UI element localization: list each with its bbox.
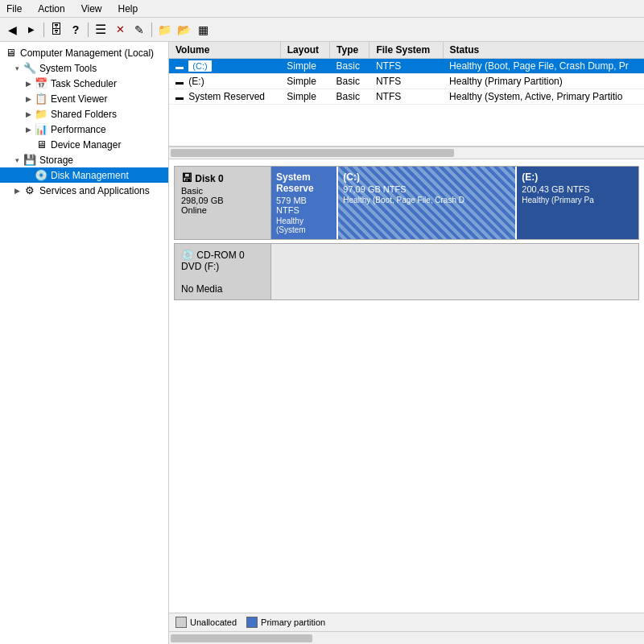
services-icon: ⚙ bbox=[23, 184, 37, 196]
device-manager-label: Device Manager bbox=[51, 139, 121, 151]
forward-button[interactable]: ▶ bbox=[23, 21, 40, 39]
event-viewer-label: Event Viewer bbox=[51, 93, 107, 105]
disk0-name: 🖫 Disk 0 bbox=[181, 171, 264, 184]
col-layout[interactable]: Layout bbox=[280, 42, 329, 59]
shared-folders-label: Shared Folders bbox=[51, 109, 117, 120]
table-row[interactable]: ▬ System Reserved Simple Basic NTFS Heal… bbox=[169, 89, 644, 105]
sidebar-root[interactable]: 🖥 Computer Management (Local) bbox=[0, 45, 168, 60]
disk0-info: 🖫 Disk 0 Basic 298,09 GB Online bbox=[175, 167, 271, 239]
sidebar-item-storage[interactable]: ▾ 💾 Storage bbox=[0, 152, 168, 167]
disk-management-label: Disk Management bbox=[51, 170, 129, 181]
cdrom0-name: 💿 CD-ROM 0 bbox=[181, 249, 264, 261]
cell-volume-sysres: ▬ System Reserved bbox=[169, 89, 280, 105]
root-label: Computer Management (Local) bbox=[20, 47, 154, 59]
sidebar-item-event-viewer[interactable]: ▶ 📋 Event Viewer bbox=[0, 91, 168, 106]
cdrom0-row: 💿 CD-ROM 0 DVD (F:) No Media bbox=[174, 243, 639, 300]
expand-arrow-performance: ▶ bbox=[23, 126, 34, 134]
legend-unallocated-label: Unallocated bbox=[190, 617, 237, 627]
cell-layout-e: Simple bbox=[280, 74, 329, 89]
disk-management-icon: 💿 bbox=[34, 169, 48, 181]
device-manager-icon: 🖥 bbox=[34, 138, 48, 151]
part-sysres-name: System Reserve bbox=[276, 171, 332, 194]
disk-view: 🖫 Disk 0 Basic 298,09 GB Online System R… bbox=[169, 159, 644, 613]
expand-arrow-system-tools: ▾ bbox=[11, 64, 23, 72]
computer-icon: 🖥 bbox=[3, 47, 18, 59]
scrollbar-thumb bbox=[171, 149, 454, 157]
part-e-status: Healthy (Primary Pa bbox=[522, 196, 634, 204]
partition-c[interactable]: (C:) 97,09 GB NTFS Healthy (Boot, Page F… bbox=[338, 167, 517, 239]
bottom-scrollbar-thumb bbox=[171, 634, 312, 642]
expand-arrow-storage: ▾ bbox=[11, 156, 23, 164]
legend-primary: Primary partition bbox=[246, 617, 325, 628]
cdrom0-info: 💿 CD-ROM 0 DVD (F:) No Media bbox=[175, 244, 271, 299]
menu-action[interactable]: Action bbox=[35, 2, 68, 15]
cdrom0-content bbox=[271, 244, 638, 299]
toolbar-separator-2 bbox=[88, 23, 89, 37]
volume-label-sysres: System Reserved bbox=[188, 91, 265, 102]
cell-layout-c: Simple bbox=[280, 59, 329, 74]
export-button[interactable]: 📁 bbox=[155, 21, 173, 39]
part-sysres-status: Healthy (System bbox=[276, 217, 332, 234]
refresh-button[interactable]: ✎ bbox=[130, 21, 148, 39]
content-area: Volume Layout Type File System Status ▬ … bbox=[169, 42, 644, 644]
col-status[interactable]: Status bbox=[443, 42, 644, 59]
partition-system-reserved[interactable]: System Reserve 579 MB NTFS Healthy (Syst… bbox=[271, 167, 338, 239]
performance-icon: 📊 bbox=[34, 123, 48, 135]
col-type[interactable]: Type bbox=[330, 42, 369, 59]
toolbar-separator-1 bbox=[43, 23, 44, 37]
disk0-partitions: System Reserve 579 MB NTFS Healthy (Syst… bbox=[271, 167, 638, 239]
sidebar-item-system-tools[interactable]: ▾ 🔧 System Tools bbox=[0, 60, 168, 76]
sidebar-item-task-scheduler[interactable]: ▶ 📅 Task Scheduler bbox=[0, 76, 168, 91]
disk0-row: 🖫 Disk 0 Basic 298,09 GB Online System R… bbox=[174, 166, 639, 240]
volume-table-container: Volume Layout Type File System Status ▬ … bbox=[169, 42, 644, 147]
cell-type-e: Basic bbox=[330, 74, 369, 89]
task-scheduler-label: Task Scheduler bbox=[51, 78, 117, 89]
back-button[interactable]: ◀ bbox=[3, 21, 21, 39]
help-button[interactable]: ? bbox=[67, 21, 85, 39]
expand-arrow-task-scheduler: ▶ bbox=[23, 80, 34, 88]
legend-bar: Unallocated Primary partition bbox=[169, 613, 644, 631]
volume-table: Volume Layout Type File System Status ▬ … bbox=[169, 42, 644, 105]
legend-primary-box bbox=[246, 617, 258, 628]
sidebar-item-device-manager[interactable]: ▶ 🖥 Device Manager bbox=[0, 137, 168, 152]
part-c-size: 97,09 GB NTFS bbox=[343, 184, 510, 194]
task-scheduler-icon: 📅 bbox=[34, 77, 48, 89]
sidebar-item-disk-management[interactable]: ▶ 💿 Disk Management bbox=[0, 167, 168, 183]
event-viewer-icon: 📋 bbox=[34, 93, 48, 105]
performance-label: Performance bbox=[51, 124, 106, 135]
volume-label-e: (E:) bbox=[188, 76, 204, 87]
show-hide-button[interactable]: 🗄 bbox=[47, 21, 65, 39]
legend-primary-label: Primary partition bbox=[261, 617, 325, 627]
menu-file[interactable]: File bbox=[3, 2, 25, 15]
table-row[interactable]: ▬ (C:) Simple Basic NTFS Healthy (Boot, … bbox=[169, 59, 644, 74]
cell-fs-sysres: NTFS bbox=[369, 89, 443, 105]
cell-type-sysres: Basic bbox=[330, 89, 369, 105]
bottom-scrollbar[interactable] bbox=[169, 631, 644, 644]
storage-label: Storage bbox=[39, 155, 73, 166]
part-e-size: 200,43 GB NTFS bbox=[522, 184, 634, 194]
sidebar-item-services-apps[interactable]: ▶ ⚙ Services and Applications bbox=[0, 183, 168, 198]
delete-button[interactable]: ✕ bbox=[111, 21, 129, 39]
col-volume[interactable]: Volume bbox=[169, 42, 280, 59]
sidebar-item-performance[interactable]: ▶ 📊 Performance bbox=[0, 122, 168, 137]
expand-arrow-shared-folders: ▶ bbox=[23, 110, 34, 118]
col-filesystem[interactable]: File System bbox=[369, 42, 443, 59]
cell-layout-sysres: Simple bbox=[280, 89, 329, 105]
partition-e[interactable]: (E:) 200,43 GB NTFS Healthy (Primary Pa bbox=[517, 167, 638, 239]
import-button[interactable]: 📂 bbox=[175, 21, 192, 39]
main-container: 🖥 Computer Management (Local) ▾ 🔧 System… bbox=[0, 42, 644, 644]
cell-status-e: Healthy (Primary Partition) bbox=[443, 74, 644, 89]
console-button[interactable]: ▦ bbox=[194, 21, 212, 39]
system-tools-label: System Tools bbox=[39, 63, 97, 74]
menu-help[interactable]: Help bbox=[115, 2, 142, 15]
menu-view[interactable]: View bbox=[78, 2, 105, 15]
properties-button[interactable]: ☰ bbox=[92, 21, 109, 39]
cell-type-c: Basic bbox=[330, 59, 369, 74]
sidebar-item-shared-folders[interactable]: ▶ 📁 Shared Folders bbox=[0, 106, 168, 122]
table-row[interactable]: ▬ (E:) Simple Basic NTFS Healthy (Primar… bbox=[169, 74, 644, 89]
services-label: Services and Applications bbox=[39, 185, 150, 196]
volume-badge-c: (C:) bbox=[188, 60, 211, 72]
part-e-name: (E:) bbox=[522, 171, 634, 183]
horizontal-scrollbar[interactable] bbox=[169, 147, 644, 159]
cell-fs-e: NTFS bbox=[369, 74, 443, 89]
